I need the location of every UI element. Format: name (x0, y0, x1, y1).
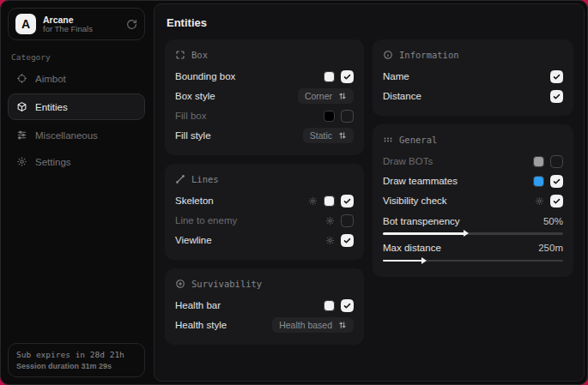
card-header-information: Information (383, 50, 563, 60)
card-information: InformationNameDistance (373, 39, 573, 116)
sidebar-item-aimbot[interactable]: Aimbot (8, 67, 145, 90)
sidebar-nav: AimbotEntitiesMiscellaneousSettings (8, 67, 145, 177)
information-icon (383, 50, 393, 60)
box-corners-icon (175, 50, 185, 60)
grid-icon (383, 135, 393, 145)
row-gear-icon[interactable] (325, 236, 335, 245)
setting-row-bounding-box: Bounding box (175, 67, 354, 86)
sidebar: A Arcane for The Finals Category AimbotE… (1, 1, 152, 384)
refresh-icon[interactable] (126, 19, 137, 30)
sidebar-item-settings[interactable]: Settings (8, 150, 145, 173)
dropdown-fill-style[interactable]: Static (303, 128, 354, 143)
checkbox-distance[interactable] (550, 90, 563, 103)
card-lines: LinesSkeletonLine to enemyViewline (165, 164, 364, 260)
checkbox-viewline[interactable] (341, 234, 354, 247)
dropdown-value: Static (310, 130, 332, 141)
page-title: Entities (167, 16, 573, 29)
setting-row-visibility-check: Visibility check (383, 191, 563, 210)
card-title: Box (191, 50, 208, 60)
row-label: Bot transpenency (383, 216, 543, 226)
checkbox-skeleton[interactable] (341, 195, 354, 208)
setting-row-name: Name (383, 67, 563, 86)
color-swatch[interactable] (533, 176, 544, 187)
card-general: GeneralDraw BOTsDraw teammatesVisibility… (373, 124, 573, 277)
entities-icon (16, 101, 27, 112)
updown-icon (338, 131, 347, 140)
row-label: Viewline (175, 235, 319, 245)
row-label: Draw BOTs (383, 156, 527, 166)
setting-row-viewline: Viewline (175, 231, 354, 250)
row-gear-icon[interactable] (535, 196, 544, 206)
right-column: InformationNameDistanceGeneralDraw BOTsD… (373, 39, 573, 277)
row-label: Max distance (383, 243, 538, 253)
row-label: Skeleton (175, 196, 302, 206)
slider-track[interactable] (383, 232, 563, 235)
card-header-general: General (383, 135, 563, 145)
app-window: A Arcane for The Finals Category AimbotE… (0, 0, 588, 385)
card-box: BoxBounding boxBox styleCornerFill boxFi… (165, 39, 364, 155)
checkbox-health-bar[interactable] (341, 299, 354, 312)
setting-row-line-to-enemy: Line to enemy (175, 211, 354, 230)
checkbox-fill-box[interactable] (341, 110, 354, 123)
dropdown-health-style[interactable]: Health based (272, 317, 354, 333)
card-survivability: SurvivabilityHealth barHealth styleHealt… (165, 268, 364, 345)
health-icon (175, 279, 185, 289)
slider-group-max-distance: Max distance250m (383, 240, 563, 262)
row-label: Fill box (175, 111, 318, 121)
slider-value: 250m (538, 243, 563, 253)
slider-track[interactable] (383, 260, 563, 262)
row-label: Bounding box (175, 71, 318, 81)
checkbox-bounding-box[interactable] (341, 70, 354, 83)
sliders-icon (16, 129, 27, 141)
card-header-lines: Lines (175, 174, 354, 184)
setting-row-health-bar: Health bar (175, 296, 354, 315)
card-header-survivability: Survivability (175, 279, 354, 289)
sidebar-item-label: Aimbot (35, 74, 66, 84)
checkbox-name[interactable] (550, 70, 563, 83)
row-label: Draw teammates (383, 176, 527, 186)
app-subtitle: for The Finals (43, 25, 119, 34)
card-title: Survivability (191, 279, 262, 289)
card-title: Lines (191, 174, 219, 184)
color-swatch[interactable] (324, 196, 335, 207)
checkbox-line-to-enemy[interactable] (341, 214, 354, 227)
slider-value: 50% (543, 216, 563, 226)
setting-row-skeleton: Skeleton (175, 191, 354, 210)
slider-group-bot-transpenency: Bot transpenency50% (383, 213, 563, 235)
line-icon (175, 174, 185, 184)
setting-row-draw-teammates: Draw teammates (383, 171, 563, 190)
color-swatch[interactable] (324, 300, 335, 311)
checkbox-draw-teammates[interactable] (550, 175, 563, 188)
row-label: Line to enemy (175, 215, 319, 226)
checkbox-draw-bots[interactable] (550, 155, 563, 168)
row-label: Health bar (175, 300, 318, 310)
row-label: Health style (175, 320, 266, 330)
row-label: Distance (383, 91, 544, 101)
dropdown-value: Health based (279, 320, 332, 330)
card-title: Information (399, 50, 459, 60)
setting-row-fill-box: Fill box (175, 106, 354, 125)
row-label: Fill style (175, 130, 297, 141)
category-label: Category (11, 52, 142, 62)
app-logo: A (15, 14, 36, 34)
color-swatch[interactable] (533, 156, 544, 167)
setting-row-box-style: Box styleCorner (175, 87, 354, 105)
sidebar-item-miscellaneous[interactable]: Miscellaneous (8, 123, 145, 147)
brand-header: A Arcane for The Finals (8, 8, 145, 40)
row-label: Name (383, 71, 544, 81)
color-swatch[interactable] (324, 111, 335, 122)
dropdown-value: Corner (305, 91, 332, 101)
checkbox-visibility-check[interactable] (550, 195, 563, 208)
brand-text: Arcane for The Finals (43, 15, 119, 34)
sidebar-item-label: Entities (35, 102, 68, 112)
sidebar-item-entities[interactable]: Entities (8, 93, 145, 120)
card-title: General (399, 135, 437, 145)
color-swatch[interactable] (324, 71, 335, 82)
row-gear-icon[interactable] (308, 196, 318, 206)
main-panel: Entities BoxBounding boxBox styleCornerF… (154, 3, 585, 382)
sidebar-item-label: Miscellaneous (35, 130, 98, 141)
setting-row-health-style: Health styleHealth based (175, 316, 354, 334)
row-gear-icon[interactable] (325, 216, 335, 226)
dropdown-box-style[interactable]: Corner (298, 88, 354, 104)
updown-icon (338, 321, 347, 329)
